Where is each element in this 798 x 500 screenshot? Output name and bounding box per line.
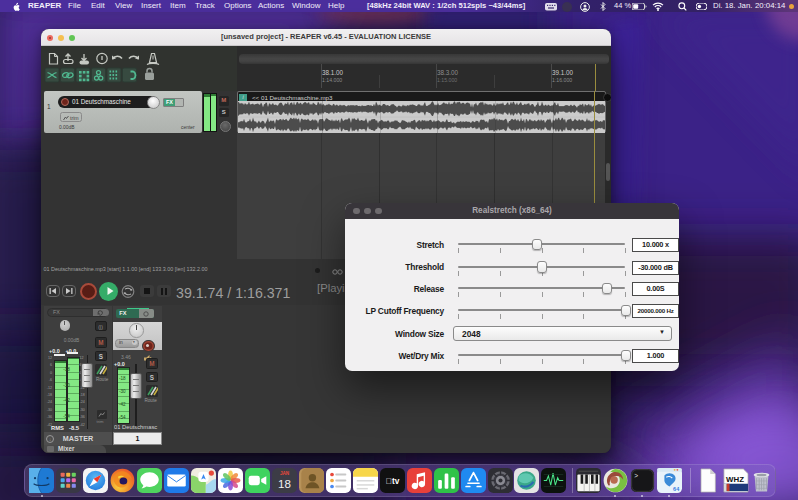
svg-text:18: 18	[278, 477, 291, 489]
svg-text:64: 64	[673, 486, 680, 492]
svg-text:WHZ: WHZ	[726, 475, 744, 484]
svg-text:>: >	[634, 473, 638, 480]
svg-text:JAN: JAN	[280, 471, 290, 476]
svg-text:tv: tv	[385, 476, 399, 486]
